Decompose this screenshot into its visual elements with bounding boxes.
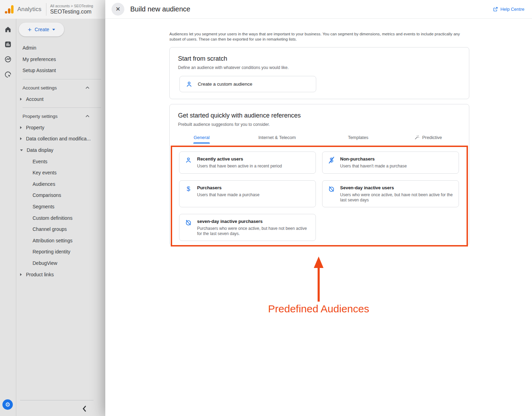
dollar-icon: $ bbox=[185, 185, 192, 192]
sidebar-item-my-preferences[interactable]: My preferences bbox=[17, 54, 105, 65]
sidebar-item-admin[interactable]: Admin bbox=[17, 42, 105, 54]
advertising-icon[interactable] bbox=[4, 71, 12, 78]
sidebar-item-label: Events bbox=[33, 159, 47, 164]
sidebar-item-label: Custom definitions bbox=[33, 215, 72, 221]
annotation-arrow-line bbox=[318, 267, 320, 302]
magic-wand-icon bbox=[414, 135, 419, 140]
external-link-icon bbox=[493, 7, 498, 12]
money-off-icon: $ bbox=[328, 157, 335, 164]
tab-predictive[interactable]: Predictive bbox=[400, 132, 456, 142]
create-custom-audience-label: Create a custom audience bbox=[198, 81, 252, 87]
tab-label: Internet & Telecom bbox=[258, 135, 296, 140]
create-button-label: Create bbox=[35, 27, 49, 32]
audience-title: Purchasers bbox=[197, 185, 259, 190]
sidebar-item-comparisons[interactable]: Comparisons bbox=[17, 190, 105, 201]
build-audience-sheet: ✕ Build new audience Help Centre Audienc… bbox=[105, 0, 532, 416]
sidebar-item-account[interactable]: Account bbox=[17, 93, 105, 105]
tab-templates[interactable]: Templates bbox=[330, 132, 386, 142]
chevron-up-icon bbox=[86, 115, 89, 118]
sidebar-item-attribution-settings[interactable]: Attribution settings bbox=[17, 235, 105, 246]
product-name: Analytics bbox=[17, 6, 42, 13]
sidebar-item-segments[interactable]: Segments bbox=[17, 201, 105, 213]
sheet-header: ✕ Build new audience Help Centre bbox=[105, 0, 532, 19]
sidebar-item-label: Channel groups bbox=[33, 226, 67, 232]
topbar-divider bbox=[46, 3, 46, 16]
audience-tile-seven-day-inactive-purchasers[interactable]: seven-day inactive purchasers Purchasers… bbox=[179, 214, 316, 241]
tab-general[interactable]: General bbox=[174, 132, 229, 142]
audience-description: Users that have been active in a recent … bbox=[197, 164, 282, 169]
sidebar-item-reporting-identity[interactable]: Reporting identity bbox=[17, 246, 105, 258]
chevron-down-icon bbox=[20, 149, 23, 151]
help-centre-link[interactable]: Help Centre bbox=[493, 7, 524, 12]
caret-down-icon bbox=[52, 29, 55, 31]
sidebar-item-label: DebugView bbox=[33, 260, 57, 266]
tab-label: Templates bbox=[348, 135, 368, 140]
nav-divider bbox=[23, 79, 101, 79]
card-subtitle: Define an audience with whatever conditi… bbox=[178, 65, 469, 70]
chevron-right-icon bbox=[20, 98, 22, 101]
sidebar-item-label: Admin bbox=[23, 45, 36, 51]
sidebar-item-setup-assistant[interactable]: Setup Assistant bbox=[17, 65, 105, 76]
admin-sidebar: + Create Admin My preferences Setup Assi… bbox=[17, 19, 105, 416]
sidebar-item-data-display[interactable]: Data display bbox=[17, 145, 105, 156]
admin-nav: Admin My preferences Setup Assistant Acc… bbox=[17, 42, 105, 280]
explore-icon[interactable] bbox=[4, 55, 12, 63]
audience-tabs: General Internet & Telecom Templates Pre… bbox=[170, 132, 469, 144]
audiences-intro-text: Audiences let you segment your users in … bbox=[169, 32, 464, 42]
sidebar-item-label: Account bbox=[26, 96, 44, 102]
admin-gear-icon[interactable]: ⚙ bbox=[2, 399, 13, 410]
card-title: Start from scratch bbox=[178, 55, 469, 62]
sidebar-item-audiences[interactable]: Audiences bbox=[17, 179, 105, 190]
audience-description: Users that haven't made a purchase bbox=[340, 164, 407, 169]
collapse-sidebar-icon[interactable] bbox=[82, 406, 87, 412]
sidebar-item-label: Setup Assistant bbox=[23, 68, 56, 73]
sidebar-item-label: My preferences bbox=[23, 57, 56, 62]
nav-divider bbox=[23, 107, 101, 108]
audience-tile-non-purchasers[interactable]: $ Non-purchasers Users that haven't made… bbox=[322, 151, 459, 174]
property-name[interactable]: SEOTesting.com bbox=[50, 9, 93, 15]
ga-background-page: Analytics All accounts > SEOTesting SEOT… bbox=[0, 0, 105, 416]
sidebar-item-label: Attribution settings bbox=[33, 238, 72, 243]
sidebar-item-data-collection[interactable]: Data collection and modifica... bbox=[17, 133, 105, 145]
audience-tile-recently-active-users[interactable]: Recently active users Users that have be… bbox=[179, 151, 316, 174]
create-button[interactable]: + Create bbox=[19, 23, 64, 36]
close-icon[interactable]: ✕ bbox=[112, 3, 124, 16]
sidebar-item-events[interactable]: Events bbox=[17, 156, 105, 167]
sidebar-item-label: Data collection and modifica... bbox=[26, 136, 91, 141]
sidebar-item-property[interactable]: Property bbox=[17, 122, 105, 133]
create-custom-audience-button[interactable]: Create a custom audience bbox=[179, 76, 316, 92]
sheet-title: Build new audience bbox=[130, 5, 190, 13]
sidebar-item-label: Key events bbox=[33, 170, 56, 175]
audience-title: Recently active users bbox=[197, 156, 282, 162]
sidebar-item-channel-groups[interactable]: Channel groups bbox=[17, 224, 105, 235]
sidebar-item-key-events[interactable]: Key events bbox=[17, 167, 105, 179]
sidebar-item-label: Reporting identity bbox=[33, 249, 70, 254]
sidebar-item-custom-definitions[interactable]: Custom definitions bbox=[17, 212, 105, 224]
sidebar-item-product-links[interactable]: Product links bbox=[17, 269, 105, 280]
sidebar-item-label: Property bbox=[26, 125, 44, 130]
card-title: Get started quickly with audience refere… bbox=[178, 112, 469, 119]
person-icon bbox=[186, 81, 193, 88]
sidebar-item-label: Data display bbox=[27, 147, 53, 153]
audience-tile-seven-day-inactive-users[interactable]: Seven-day inactive users Users who were … bbox=[322, 180, 459, 207]
section-account-settings[interactable]: Account settings bbox=[17, 82, 105, 94]
chevron-up-icon bbox=[86, 87, 89, 89]
audience-description: Users who were once active, but have not… bbox=[340, 192, 453, 203]
audience-tile-purchasers[interactable]: $ Purchasers Users that have made a purc… bbox=[179, 180, 316, 207]
tab-internet-telecom[interactable]: Internet & Telecom bbox=[249, 132, 305, 142]
tab-label: General bbox=[194, 135, 210, 140]
audience-title: Seven-day inactive users bbox=[340, 185, 453, 190]
audience-description: Purchasers who were once active, but hav… bbox=[197, 226, 310, 236]
section-property-settings[interactable]: Property settings bbox=[17, 111, 105, 122]
sidebar-item-debugview[interactable]: DebugView bbox=[17, 258, 105, 269]
help-centre-label: Help Centre bbox=[500, 7, 524, 12]
breadcrumb[interactable]: All accounts > SEOTesting bbox=[50, 4, 93, 8]
tab-label: Predictive bbox=[422, 135, 442, 140]
home-icon[interactable] bbox=[4, 26, 12, 33]
annotation-label: Predefined Audiences bbox=[249, 303, 388, 315]
audience-title: seven-day inactive purchasers bbox=[197, 219, 310, 224]
left-icon-rail: ⚙ bbox=[0, 19, 16, 416]
reports-icon[interactable] bbox=[4, 41, 12, 48]
chevron-right-icon bbox=[20, 126, 22, 129]
chevron-right-icon bbox=[20, 137, 22, 140]
